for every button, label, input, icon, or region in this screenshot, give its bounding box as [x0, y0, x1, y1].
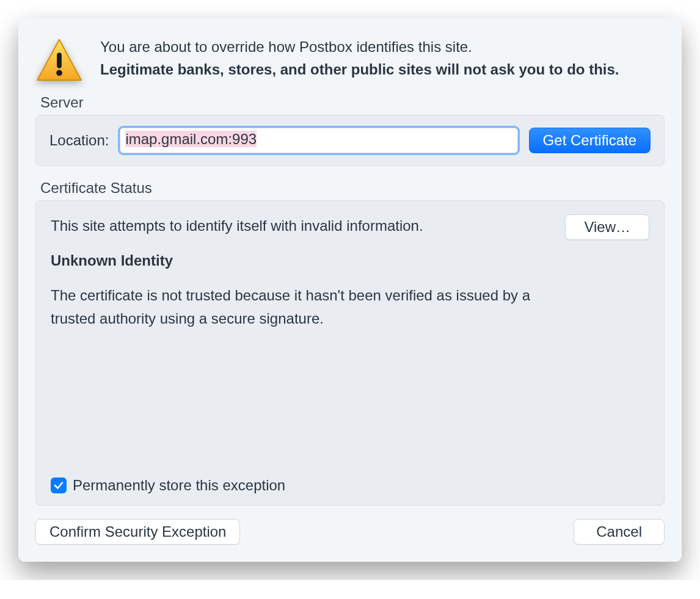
- header-line-1: You are about to override how Postbox id…: [100, 35, 665, 58]
- footer-row: Confirm Security Exception Cancel: [35, 519, 665, 545]
- server-row: Location: imap.gmail.com:993 Get Certifi…: [49, 128, 651, 153]
- certificate-status-panel: This site attempts to identify itself wi…: [35, 200, 665, 506]
- certificate-status-label: Certificate Status: [40, 180, 665, 197]
- svg-rect-0: [57, 53, 62, 68]
- identity-detail: The certificate is not trusted because i…: [51, 284, 553, 329]
- get-certificate-button[interactable]: Get Certificate: [529, 128, 651, 153]
- header-line-2: Legitimate banks, stores, and other publ…: [100, 58, 665, 81]
- permanently-store-checkbox[interactable]: [51, 477, 67, 493]
- header-text: You are about to override how Postbox id…: [100, 35, 665, 81]
- check-icon: [53, 480, 64, 491]
- location-input[interactable]: imap.gmail.com:993: [120, 128, 517, 153]
- permanently-store-label: Permanently store this exception: [73, 477, 285, 494]
- server-panel: Location: imap.gmail.com:993 Get Certifi…: [35, 115, 665, 166]
- security-exception-dialog: You are about to override how Postbox id…: [18, 18, 682, 562]
- invalid-info-text: This site attempts to identify itself wi…: [51, 214, 553, 237]
- svg-point-1: [56, 70, 62, 76]
- identity-title: Unknown Identity: [51, 249, 553, 272]
- confirm-security-exception-button[interactable]: Confirm Security Exception: [35, 519, 240, 545]
- server-section-label: Server: [40, 94, 665, 111]
- warning-icon: [35, 38, 83, 83]
- header-row: You are about to override how Postbox id…: [35, 35, 665, 83]
- location-label: Location:: [49, 132, 109, 149]
- cancel-button[interactable]: Cancel: [574, 519, 665, 545]
- view-certificate-button[interactable]: View…: [565, 214, 649, 240]
